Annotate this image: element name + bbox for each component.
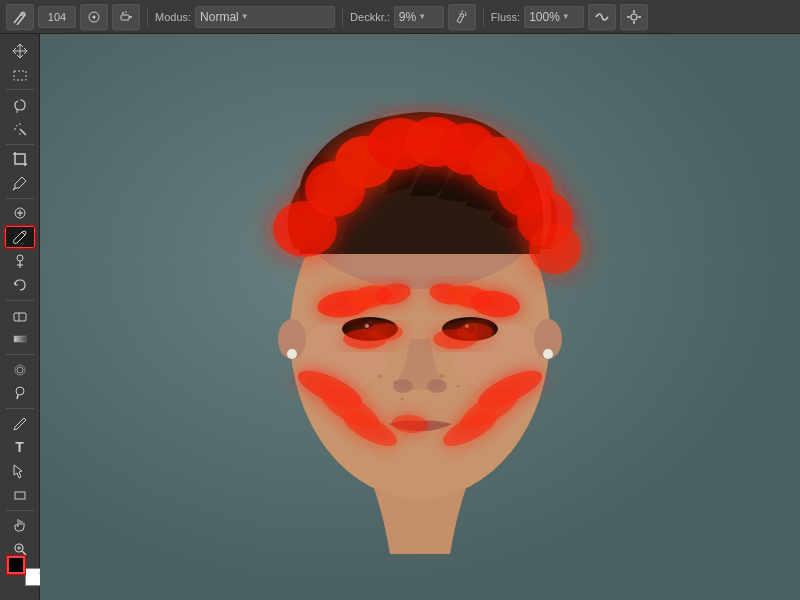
separator-2 bbox=[342, 7, 343, 27]
move-tool-btn[interactable] bbox=[5, 40, 35, 62]
svg-point-24 bbox=[17, 255, 23, 261]
svg-point-62 bbox=[457, 385, 460, 388]
mode-value: Normal bbox=[200, 10, 239, 24]
lasso-tool-btn[interactable] bbox=[5, 94, 35, 116]
brush-icon-btn[interactable] bbox=[6, 4, 34, 30]
blur-btn[interactable] bbox=[5, 359, 35, 381]
left-toolbar: T ↩ bbox=[0, 34, 40, 600]
magic-wand-btn[interactable] bbox=[5, 118, 35, 140]
text-tool-icon: T bbox=[15, 439, 24, 455]
brush-settings-icon[interactable] bbox=[620, 4, 648, 30]
svg-line-33 bbox=[17, 395, 18, 399]
svg-line-15 bbox=[20, 129, 26, 135]
canvas-area bbox=[40, 34, 800, 600]
path-selection-btn[interactable] bbox=[5, 460, 35, 482]
svg-point-32 bbox=[16, 387, 24, 395]
svg-point-83 bbox=[457, 323, 493, 341]
healing-brush-btn[interactable] bbox=[5, 203, 35, 225]
hand-btn[interactable] bbox=[5, 515, 35, 537]
airbrush-icon[interactable] bbox=[112, 4, 140, 30]
svg-rect-27 bbox=[14, 313, 26, 321]
separator-3 bbox=[483, 7, 484, 27]
airbrush-mode-icon[interactable] bbox=[448, 4, 476, 30]
flow-value: 100% bbox=[529, 10, 560, 24]
canvas-image[interactable] bbox=[40, 34, 800, 600]
tool-sep-3 bbox=[6, 198, 34, 199]
svg-point-2 bbox=[93, 15, 96, 18]
svg-rect-29 bbox=[14, 336, 26, 342]
tool-sep-4 bbox=[6, 300, 34, 301]
pen-btn[interactable] bbox=[5, 413, 35, 435]
mode-label: Modus: bbox=[155, 11, 191, 23]
svg-point-59 bbox=[378, 374, 382, 378]
opacity-value: 9% bbox=[399, 10, 416, 24]
top-toolbar: 104 Modus: Normal ▼ Deckkr.: 9% ▼ bbox=[0, 0, 800, 34]
tool-sep-7 bbox=[6, 510, 34, 511]
dodge-btn[interactable] bbox=[5, 382, 35, 404]
opacity-dropdown[interactable]: 9% ▼ bbox=[394, 6, 444, 28]
svg-point-6 bbox=[125, 11, 127, 13]
svg-rect-34 bbox=[15, 492, 25, 499]
brush-size-icon[interactable] bbox=[80, 4, 108, 30]
svg-point-63 bbox=[401, 398, 404, 401]
tool-sep-2 bbox=[6, 144, 34, 145]
tool-sep-6 bbox=[6, 408, 34, 409]
svg-rect-3 bbox=[121, 15, 129, 20]
svg-point-52 bbox=[365, 324, 369, 328]
svg-point-73 bbox=[529, 224, 581, 274]
face-svg bbox=[40, 34, 800, 600]
svg-line-36 bbox=[22, 551, 26, 555]
svg-point-81 bbox=[367, 323, 403, 341]
foreground-color-swatch[interactable] bbox=[7, 556, 25, 574]
opacity-label: Deckkr.: bbox=[350, 11, 390, 23]
tool-sep-5 bbox=[6, 354, 34, 355]
svg-point-47 bbox=[287, 349, 297, 359]
brush-tool-btn[interactable] bbox=[5, 226, 35, 248]
mode-dropdown[interactable]: Normal ▼ bbox=[195, 6, 335, 28]
eraser-btn[interactable] bbox=[5, 305, 35, 327]
svg-point-5 bbox=[122, 12, 124, 14]
svg-rect-13 bbox=[14, 71, 26, 80]
svg-point-60 bbox=[394, 381, 397, 384]
svg-point-31 bbox=[17, 367, 23, 373]
svg-point-48 bbox=[543, 349, 553, 359]
smoothing-icon[interactable] bbox=[588, 4, 616, 30]
gradient-btn[interactable] bbox=[5, 328, 35, 350]
separator-1 bbox=[147, 7, 148, 27]
shape-btn[interactable] bbox=[5, 484, 35, 506]
tool-sep-1 bbox=[6, 89, 34, 90]
svg-line-20 bbox=[13, 188, 15, 190]
marquee-tool-btn[interactable] bbox=[5, 64, 35, 86]
mode-dropdown-arrow: ▼ bbox=[241, 12, 249, 21]
opacity-dropdown-arrow: ▼ bbox=[418, 12, 426, 21]
history-brush-btn[interactable] bbox=[5, 274, 35, 296]
svg-point-8 bbox=[631, 14, 637, 20]
flow-dropdown[interactable]: 100% ▼ bbox=[524, 6, 584, 28]
svg-point-61 bbox=[440, 374, 444, 378]
flow-label: Fluss: bbox=[491, 11, 520, 23]
svg-line-19 bbox=[16, 125, 18, 127]
svg-point-58 bbox=[427, 379, 447, 393]
brush-size-input[interactable]: 104 bbox=[38, 6, 76, 28]
flow-dropdown-arrow: ▼ bbox=[562, 12, 570, 21]
crop-tool-btn[interactable] bbox=[5, 148, 35, 170]
text-btn[interactable]: T bbox=[5, 437, 35, 459]
eyedropper-btn[interactable] bbox=[5, 172, 35, 194]
clone-stamp-btn[interactable] bbox=[5, 250, 35, 272]
color-picker-area: ↩ bbox=[7, 556, 43, 586]
